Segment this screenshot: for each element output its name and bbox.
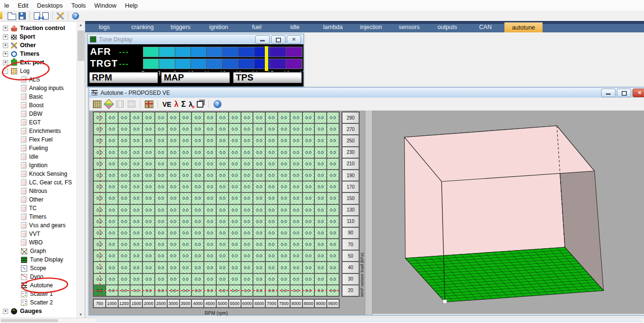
ve-cell[interactable]: 0.0 — [180, 124, 191, 134]
ve-cell[interactable]: 0.0 — [131, 135, 142, 146]
ve-cell[interactable]: 0.0 — [242, 182, 253, 192]
sidebar-item-log[interactable]: -Log — [0, 67, 77, 75]
ve-cell[interactable]: 0.0 — [266, 216, 277, 227]
sidebar-item-enrichments[interactable]: Enrichments — [0, 127, 77, 135]
sidebar-item-egt[interactable]: EGT — [0, 118, 77, 127]
ve-cell[interactable]: 0.0 — [253, 159, 265, 169]
ve-cell[interactable]: 0.0 — [131, 193, 142, 203]
ve-cell[interactable]: 0.0 — [327, 274, 339, 284]
ve-cell[interactable]: 0.0 — [155, 182, 167, 192]
restore-button[interactable] — [271, 35, 285, 44]
ve-cell[interactable]: 0.0 — [106, 193, 118, 203]
ve-cell[interactable]: 0.0 — [327, 147, 339, 158]
ve-cell[interactable]: 0.0 — [303, 205, 314, 215]
sidebar-item-scatter-1[interactable]: Scatter 1 — [0, 290, 77, 298]
ve-cell[interactable]: 0.0 — [180, 147, 191, 158]
ve-cell[interactable]: 0.0 — [229, 147, 241, 158]
ve-cell[interactable]: 0.0 — [253, 274, 265, 284]
expand-icon[interactable]: + — [3, 43, 8, 48]
ve-cell[interactable]: 0.0 — [155, 193, 167, 203]
ve-cell[interactable]: 0.0 — [303, 147, 314, 158]
restore-button[interactable] — [617, 89, 631, 97]
tab-sensors[interactable]: sensors — [390, 21, 428, 32]
ve-cell[interactable]: 0.0 — [106, 251, 118, 261]
ve-cell[interactable]: 0.0 — [303, 193, 314, 203]
ve-cell[interactable]: 0.0 — [119, 228, 130, 238]
ve-cell[interactable]: 0.0 — [291, 228, 302, 238]
ve-cell[interactable]: 0.0 — [242, 216, 253, 227]
ve-cell[interactable]: 0.0 — [229, 228, 241, 238]
close-button[interactable] — [287, 35, 301, 44]
minimize-button[interactable] — [255, 35, 270, 44]
ve-cell[interactable]: 0.0 — [303, 228, 314, 238]
ve-cell[interactable]: 0.0 — [242, 274, 253, 284]
ve-cell[interactable]: 0.0 — [327, 182, 339, 192]
ve-cell[interactable]: 0.0 — [303, 170, 314, 181]
target-grid-icon[interactable] — [145, 101, 153, 108]
tab-cranking[interactable]: cranking — [123, 21, 161, 32]
ve-cell[interactable]: 0.0 — [229, 239, 241, 250]
ve-cell[interactable]: 0.0 — [168, 262, 179, 273]
ve-cell[interactable]: 0.0 — [327, 135, 339, 146]
autotune-titlebar[interactable]: Autotune - PROPOSED VE — [89, 88, 644, 98]
tune-display-titlebar[interactable]: Tune Display — [88, 34, 303, 45]
ve-cell[interactable]: 0.0 — [168, 193, 179, 203]
ve-cell[interactable]: 0.0 — [266, 251, 277, 261]
tab-ignition[interactable]: ignition — [200, 21, 238, 32]
ve-cell[interactable]: 0.0 — [119, 159, 130, 169]
ve-cell[interactable]: 0.0 — [278, 159, 290, 169]
ve-cell[interactable]: 0.0 — [155, 251, 167, 261]
ve-cell[interactable]: 0.0 — [143, 159, 154, 169]
ve-cell[interactable]: 0.0 — [155, 262, 167, 273]
ve-cell[interactable]: 0.0 — [315, 251, 326, 261]
tab-fuel[interactable]: fuel — [238, 21, 276, 32]
ve-cell[interactable]: 0.0 — [204, 193, 216, 203]
ve-cell[interactable]: 0.0 — [106, 147, 118, 158]
ve-cell[interactable]: 0.0 — [168, 274, 179, 284]
ve-cell[interactable]: 0.0 — [131, 216, 142, 227]
ve-cell[interactable]: 0.0 — [242, 170, 253, 181]
ve-cell[interactable]: 0.0 — [119, 135, 130, 146]
ve-cell[interactable]: 0.0 — [278, 251, 290, 261]
ve-cell[interactable]: 0.0 — [155, 124, 167, 134]
ve-cell[interactable]: 0.0 — [266, 228, 277, 238]
ve-cell[interactable]: 0.0 — [155, 216, 167, 227]
expand-icon[interactable]: + — [3, 26, 8, 31]
ve-cell[interactable]: 0.0 — [291, 170, 302, 181]
ve-cell[interactable]: 0.0 — [131, 159, 142, 169]
ve-cell[interactable]: 0.0 — [106, 239, 118, 250]
ve-cell[interactable]: 0.0 — [291, 216, 302, 227]
ve-cell[interactable]: 0.0 — [168, 182, 179, 192]
ve-cell[interactable]: 0.0 — [168, 239, 179, 250]
ve-cell[interactable]: 0.0 — [106, 205, 118, 215]
ve-cell[interactable]: 0.0 — [217, 135, 228, 146]
sidebar-item-flex-fuel[interactable]: Flex Fuel — [0, 135, 77, 144]
cursor-marker-3d[interactable] — [443, 300, 447, 303]
ve-cell[interactable]: 0.0 — [315, 205, 326, 215]
ve-cell[interactable]: 0.0 — [168, 251, 179, 261]
ve-cell[interactable]: 0.0 — [253, 205, 265, 215]
ve-cell[interactable]: 0.0 — [278, 147, 290, 158]
ve-cell[interactable]: 0.0 — [192, 274, 203, 284]
sidebar-item-dbw[interactable]: DBW — [0, 110, 77, 118]
ve-cell[interactable]: 0.0 — [143, 239, 154, 250]
ve-cell[interactable]: 0.0 — [155, 228, 167, 238]
ve-cell[interactable]: 0.0 — [278, 124, 290, 134]
ve-cell[interactable]: 0.0 — [242, 228, 253, 238]
ve-cell[interactable]: 0.0 — [143, 147, 154, 158]
ve-cell[interactable]: 0.0 — [303, 251, 314, 261]
sidebar-item-lc-gear-cut-fs[interactable]: LC, Gear cut, FS — [0, 178, 77, 187]
ve-cell[interactable]: 0.0 — [192, 124, 203, 134]
menu-item-le[interactable]: le — [0, 2, 13, 9]
sidebar-vertical-scrollbar[interactable]: ▲ ▼ — [77, 22, 85, 318]
sidebar-item-nitrous[interactable]: Nitrous — [0, 187, 77, 195]
ve-cell[interactable]: 0.0 — [327, 262, 339, 273]
ve-cell[interactable]: 0.0 — [253, 262, 265, 273]
ve-cell[interactable]: 0.0 — [291, 112, 302, 123]
ve-cell[interactable]: 0.0 — [168, 147, 179, 158]
ve-cell[interactable]: 0.0 — [229, 159, 241, 169]
ve-cell[interactable]: 0.0 — [155, 147, 167, 158]
ve-cell[interactable]: 0.0 — [119, 124, 130, 134]
ve-cell[interactable]: 0.0 — [217, 262, 228, 273]
expand-icon[interactable]: + — [3, 60, 8, 65]
